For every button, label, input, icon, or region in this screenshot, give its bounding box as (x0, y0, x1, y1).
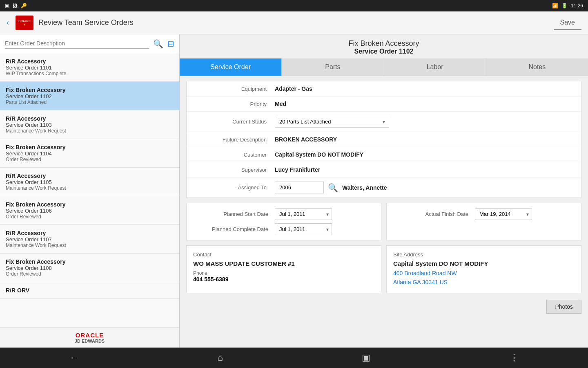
search-input[interactable] (5, 38, 149, 49)
recents-nav-icon[interactable]: ▣ (362, 352, 370, 363)
site-address-line2[interactable]: Atlanta GA 30341 US (393, 278, 575, 287)
customer-label: Customer (193, 152, 275, 158)
priority-label: Priority (193, 101, 275, 107)
failure-description-row: Failure Description BROKEN ACCESSORY (187, 132, 581, 147)
list-item[interactable]: Fix Broken Accessory Service Order 1108 … (0, 254, 179, 282)
detail-title: Fix Broken Accessory (180, 39, 588, 48)
dates-section: Planned Start Date Planned Complete Date (186, 203, 581, 240)
contact-phone-label: Phone (193, 270, 374, 276)
status-bar-right: 📶 🔋 11:26 (552, 3, 583, 9)
assigned-to-input[interactable] (275, 182, 324, 193)
contact-phone: 404 555-6389 (193, 276, 374, 283)
current-status-select[interactable]: 20 Parts List Attached (275, 116, 389, 128)
actual-finish-label: Actual Finish Date (393, 211, 475, 217)
equipment-value: Adapter - Gas (275, 85, 312, 92)
save-button[interactable]: Save (554, 16, 581, 30)
top-bar-left: ‹ ORACLE⚡ Review Team Service Orders (7, 16, 134, 30)
equipment-label: Equipment (193, 86, 275, 92)
bottom-nav: ← ⌂ ▣ ⋮ (0, 348, 588, 368)
tab-service-order[interactable]: Service Order (180, 58, 282, 76)
assigned-to-row: Assigned To 🔍 Walters, Annette (187, 177, 581, 197)
bottom-cards: Contact WO MASS UPDATE CUSTOMER #1 Phone… (186, 245, 581, 293)
planned-start-row: Planned Start Date (193, 208, 374, 220)
right-panel: Fix Broken Accessory Service Order 1102 … (180, 34, 588, 348)
tab-bar: Service Order Parts Labor Notes (180, 58, 588, 76)
supervisor-value: Lucy Frankfurter (275, 166, 320, 173)
key-icon: 🔑 (21, 3, 27, 9)
priority-value: Med (275, 101, 286, 107)
planned-complete-label: Planned Complete Date (193, 226, 275, 232)
list-item[interactable]: R/R Accessory Service Order 1105 Mainten… (0, 168, 179, 196)
contact-card: Contact WO MASS UPDATE CUSTOMER #1 Phone… (186, 245, 381, 293)
current-status-row: Current Status 20 Parts List Attached (187, 112, 581, 132)
list-item[interactable]: R/R Accessory Service Order 1107 Mainten… (0, 225, 179, 254)
photos-button[interactable]: Photos (546, 300, 581, 314)
failure-description-label: Failure Description (193, 137, 275, 143)
tab-labor[interactable]: Labor (384, 58, 486, 76)
image-icon: 🖼 (13, 3, 18, 9)
detail-header: Fix Broken Accessory Service Order 1102 (180, 34, 588, 58)
planned-start-input[interactable] (275, 208, 332, 220)
site-section-label: Site Address (393, 251, 575, 258)
failure-description-value: BROKEN ACCESSORY (275, 136, 337, 143)
planned-start-wrapper[interactable] (275, 208, 332, 220)
tab-notes[interactable]: Notes (486, 58, 588, 76)
supervisor-label: Supervisor (193, 167, 275, 173)
battery-icon: 🔋 (561, 3, 568, 9)
screen-icon: ▣ (5, 3, 9, 9)
site-card: Site Address Capital System DO NOT MODIF… (386, 245, 581, 293)
planned-start-label: Planned Start Date (193, 211, 275, 217)
site-address-line1[interactable]: 400 Broadland Road NW (393, 269, 575, 278)
tab-parts[interactable]: Parts (282, 58, 384, 76)
back-button[interactable]: ‹ (7, 18, 9, 27)
time-display: 11:26 (571, 3, 583, 9)
priority-row: Priority Med (187, 96, 581, 112)
actual-dates-card: Actual Finish Date (386, 203, 581, 240)
oracle-brand-label: ORACLE (4, 332, 175, 339)
assigned-to-name: Walters, Annette (342, 184, 387, 191)
main-form-card: Equipment Adapter - Gas Priority Med Cur… (186, 81, 581, 198)
detail-content: Equipment Adapter - Gas Priority Med Cur… (180, 76, 588, 348)
supervisor-row: Supervisor Lucy Frankfurter (187, 162, 581, 177)
assigned-to-field-group: 🔍 Walters, Annette (275, 182, 387, 193)
customer-row: Customer Capital System DO NOT MODIFY (187, 147, 581, 162)
contact-name: WO MASS UPDATE CUSTOMER #1 (193, 260, 374, 267)
order-list: R/R Accessory Service Order 1101 WIP Tra… (0, 53, 179, 327)
wifi-icon: 📶 (552, 3, 558, 9)
list-item[interactable]: Fix Broken Accessory Service Order 1104 … (0, 139, 179, 168)
planned-complete-input[interactable] (275, 223, 332, 235)
filter-icon[interactable]: ⊟ (167, 39, 174, 49)
photos-row: Photos (186, 298, 581, 315)
customer-value: Capital System DO NOT MODIFY (275, 151, 363, 158)
list-item[interactable]: R/R Accessory Service Order 1101 WIP Tra… (0, 53, 179, 82)
status-bar: ▣ 🖼 🔑 📶 🔋 11:26 (0, 0, 588, 11)
main-layout: 🔍 ⊟ R/R Accessory Service Order 1101 WIP… (0, 34, 588, 348)
list-item[interactable]: Fix Broken Accessory Service Order 1106 … (0, 196, 179, 225)
contact-section-label: Contact (193, 251, 374, 258)
more-nav-icon[interactable]: ⋮ (510, 352, 519, 363)
assigned-search-icon[interactable]: 🔍 (328, 183, 338, 193)
jd-edwards-label: JD EDWARDS (4, 339, 175, 343)
status-bar-left: ▣ 🖼 🔑 (5, 3, 27, 9)
assigned-to-label: Assigned To (193, 184, 275, 191)
actual-finish-row: Actual Finish Date (393, 208, 575, 220)
app-title: Review Team Service Orders (38, 18, 134, 27)
detail-subtitle: Service Order 1102 (180, 48, 588, 55)
site-company: Capital System DO NOT MODIFY (393, 260, 575, 267)
back-nav-icon[interactable]: ← (69, 352, 78, 363)
home-nav-icon[interactable]: ⌂ (218, 352, 223, 363)
planned-complete-row: Planned Complete Date (193, 223, 374, 235)
actual-finish-wrapper[interactable] (475, 208, 532, 220)
list-item[interactable]: R/R Accessory Service Order 1103 Mainten… (0, 110, 179, 139)
list-item[interactable]: R/R ORV (0, 282, 179, 299)
search-icon[interactable]: 🔍 (153, 39, 163, 49)
list-item-active[interactable]: Fix Broken Accessory Service Order 1102 … (0, 82, 179, 110)
current-status-select-wrapper[interactable]: 20 Parts List Attached (275, 116, 389, 128)
search-bar: 🔍 ⊟ (0, 34, 179, 53)
planned-dates-card: Planned Start Date Planned Complete Date (186, 203, 381, 240)
planned-complete-wrapper[interactable] (275, 223, 332, 235)
oracle-footer: ORACLE JD EDWARDS (0, 327, 179, 348)
actual-finish-input[interactable] (475, 208, 532, 220)
current-status-label: Current Status (193, 119, 275, 125)
top-bar: ‹ ORACLE⚡ Review Team Service Orders Sav… (0, 11, 588, 34)
